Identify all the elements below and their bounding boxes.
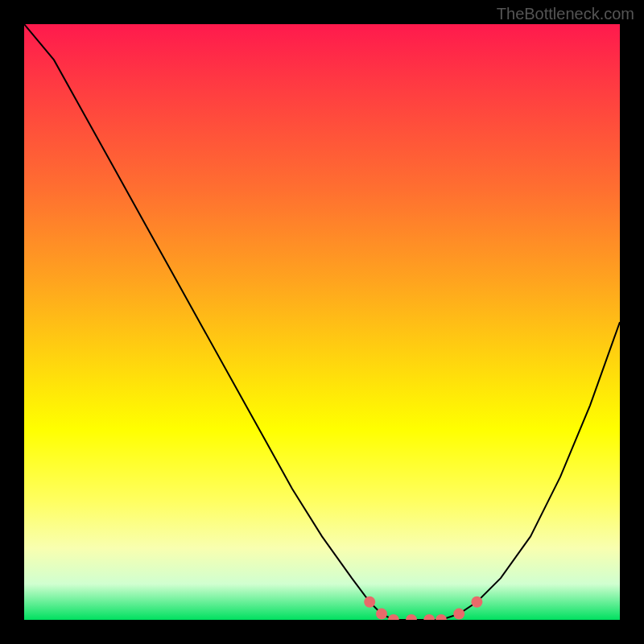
highlight-marker	[406, 614, 417, 620]
highlight-marker	[436, 614, 447, 620]
plot-area	[24, 24, 620, 620]
curve-svg	[24, 24, 620, 620]
highlight-marker	[423, 614, 435, 620]
highlight-marker	[364, 597, 375, 608]
highlight-marker	[453, 609, 464, 620]
highlight-marker	[388, 614, 399, 620]
bottleneck-curve	[24, 24, 620, 620]
highlight-marker	[376, 609, 387, 620]
watermark-text: TheBottleneck.com	[497, 5, 634, 23]
highlight-marker	[471, 597, 482, 608]
chart-container: TheBottleneck.com	[0, 0, 644, 644]
